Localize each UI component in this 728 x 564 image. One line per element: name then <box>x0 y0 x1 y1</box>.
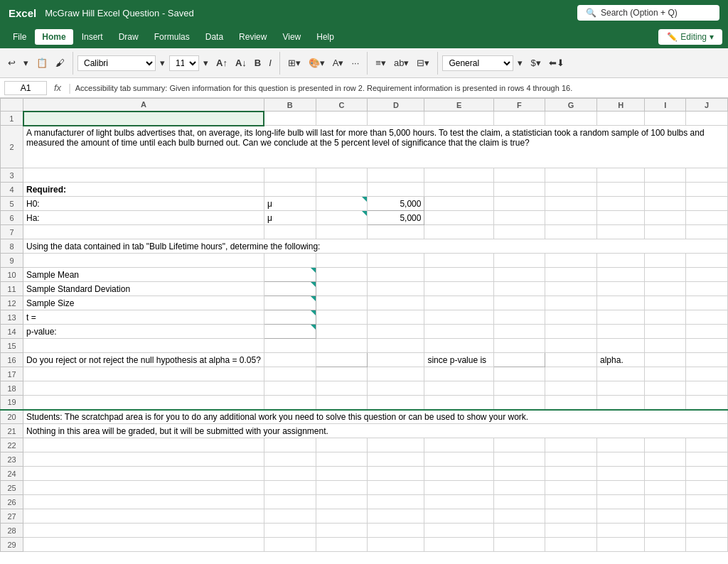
cell-i15[interactable] <box>645 339 686 353</box>
cell-e14[interactable] <box>424 325 493 339</box>
cell-d1[interactable] <box>368 112 424 126</box>
menu-home[interactable]: Home <box>35 29 73 45</box>
cell-a7[interactable] <box>23 225 264 239</box>
cell-f4[interactable] <box>493 183 545 197</box>
cell-i17[interactable] <box>645 367 686 381</box>
cell-i18[interactable] <box>645 381 686 396</box>
cell-i1[interactable] <box>645 112 686 126</box>
cell-c10[interactable] <box>316 268 368 282</box>
cell-j1[interactable] <box>686 112 728 126</box>
merge-button[interactable]: ab▾ <box>390 55 412 70</box>
cell-a10[interactable]: Sample Mean <box>23 268 264 282</box>
cell-c1[interactable] <box>316 112 368 126</box>
col-header-g[interactable]: G <box>545 99 597 112</box>
cell-d9[interactable] <box>368 254 424 268</box>
cell-d11[interactable] <box>368 282 424 296</box>
cell-c13[interactable] <box>316 310 368 325</box>
cell-j13[interactable] <box>686 310 728 325</box>
cell-j15[interactable] <box>686 339 728 353</box>
cell-j5[interactable] <box>686 197 728 211</box>
cell-g18[interactable] <box>545 381 597 396</box>
cell-f1[interactable] <box>493 112 545 126</box>
cell-j17[interactable] <box>686 367 728 381</box>
more-button[interactable]: ··· <box>348 55 363 70</box>
cell-f19[interactable] <box>493 396 545 410</box>
col-header-a[interactable]: A <box>23 99 264 112</box>
cell-b3[interactable] <box>264 168 316 183</box>
cell-i11[interactable] <box>645 282 686 296</box>
cell-c12[interactable] <box>316 296 368 310</box>
cell-i4[interactable] <box>645 183 686 197</box>
cell-i3[interactable] <box>645 168 686 183</box>
menu-draw[interactable]: Draw <box>112 29 146 45</box>
undo-button[interactable]: ↩ <box>4 55 19 70</box>
cell-c19[interactable] <box>316 396 368 410</box>
cell-c4[interactable] <box>316 183 368 197</box>
cell-a3[interactable] <box>23 168 264 183</box>
cell-a21[interactable]: Nothing in this area will be graded, but… <box>23 424 728 438</box>
menu-data[interactable]: Data <box>198 29 230 45</box>
cell-a15[interactable] <box>23 339 264 353</box>
font-name-dropdown[interactable]: ▾ <box>156 55 168 70</box>
cell-f12[interactable] <box>493 296 545 310</box>
cell-d3[interactable] <box>368 168 424 183</box>
cell-b1[interactable] <box>264 112 316 126</box>
cell-h6[interactable] <box>597 211 645 225</box>
cell-e1[interactable] <box>424 112 493 126</box>
cell-e4[interactable] <box>424 183 493 197</box>
cell-f9[interactable] <box>493 254 545 268</box>
cell-f7[interactable] <box>493 225 545 239</box>
cell-j19[interactable] <box>686 396 728 410</box>
cell-f15[interactable] <box>493 339 545 353</box>
cell-i16[interactable] <box>645 353 686 367</box>
cell-f18[interactable] <box>493 381 545 396</box>
cell-a16[interactable]: Do you reject or not reject the null hyp… <box>23 353 264 367</box>
cell-a18[interactable] <box>23 381 264 396</box>
cell-h12[interactable] <box>597 296 645 310</box>
cell-e6[interactable] <box>424 211 493 225</box>
spreadsheet-container[interactable]: A B C D E F G H I J 1 <box>0 98 728 564</box>
cell-c18[interactable] <box>316 381 368 396</box>
cell-f11[interactable] <box>493 282 545 296</box>
borders-button[interactable]: ⊞▾ <box>284 55 304 70</box>
cell-h13[interactable] <box>597 310 645 325</box>
cell-a5[interactable]: H0: <box>23 197 264 211</box>
col-header-e[interactable]: E <box>424 99 493 112</box>
cell-e17[interactable] <box>424 367 493 381</box>
cell-d17[interactable] <box>368 367 424 381</box>
font-name-select[interactable]: Calibri <box>77 55 156 71</box>
cell-h16[interactable]: alpha. <box>597 353 645 367</box>
cell-f13[interactable] <box>493 310 545 325</box>
cell-h15[interactable] <box>597 339 645 353</box>
cell-h18[interactable] <box>597 381 645 396</box>
menu-insert[interactable]: Insert <box>75 29 110 45</box>
cell-b5[interactable]: μ <box>264 197 316 211</box>
cell-e18[interactable] <box>424 381 493 396</box>
cell-j18[interactable] <box>686 381 728 396</box>
cell-c7[interactable] <box>316 225 368 239</box>
cell-g9[interactable] <box>545 254 597 268</box>
cell-j14[interactable] <box>686 325 728 339</box>
cell-g16[interactable] <box>545 353 597 367</box>
col-header-c[interactable]: C <box>316 99 368 112</box>
cell-c11[interactable] <box>316 282 368 296</box>
cell-f10[interactable] <box>493 268 545 282</box>
cell-f3[interactable] <box>493 168 545 183</box>
cell-c17[interactable] <box>316 367 368 381</box>
cell-b16[interactable] <box>264 353 316 367</box>
cell-c5[interactable] <box>316 197 368 211</box>
col-header-h[interactable]: H <box>597 99 645 112</box>
cell-j4[interactable] <box>686 183 728 197</box>
cell-e19[interactable] <box>424 396 493 410</box>
number-format-select[interactable]: General <box>442 55 513 71</box>
cell-a1[interactable] <box>23 112 264 126</box>
col-header-b[interactable]: B <box>264 99 316 112</box>
cell-e12[interactable] <box>424 296 493 310</box>
cell-d13[interactable] <box>368 310 424 325</box>
cell-g15[interactable] <box>545 339 597 353</box>
cell-b6[interactable]: μ <box>264 211 316 225</box>
cell-d14[interactable] <box>368 325 424 339</box>
cell-e11[interactable] <box>424 282 493 296</box>
cell-a8[interactable]: Using the data contained in tab "Bulb Li… <box>23 239 728 254</box>
cell-reference-input[interactable] <box>4 81 47 95</box>
